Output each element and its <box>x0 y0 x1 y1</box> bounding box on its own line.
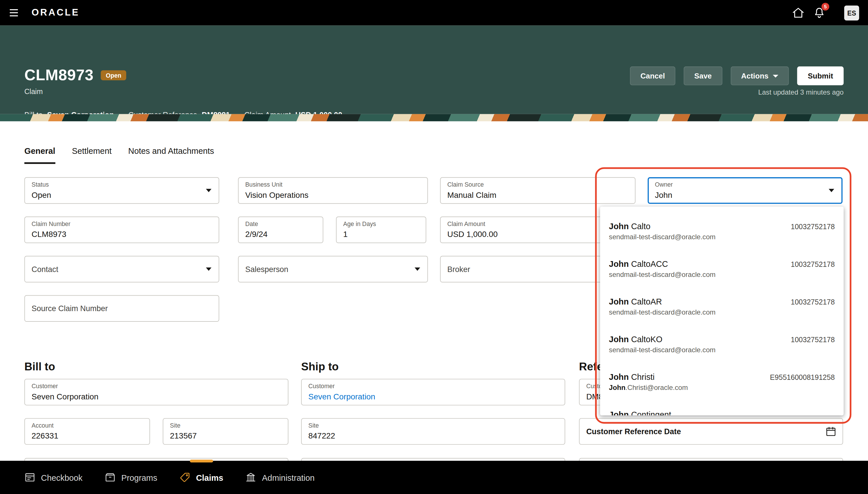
ship-to-customer-label: Customer <box>309 383 558 390</box>
nav-item-checkbook[interactable]: Checkbook <box>24 472 82 483</box>
owner-option-email: sendmail-test-discard@oracle.com <box>609 271 835 279</box>
claim-number-field[interactable]: Claim Number CLM8973 <box>24 216 219 243</box>
bill-to-customer-value: Seven Corporation <box>32 391 281 402</box>
owner-option-email: sendmail-test-discard@oracle.com <box>609 233 835 241</box>
bill-to-customer-field[interactable]: Customer Seven Corporation <box>24 379 289 405</box>
bill-to-customer-label: Customer <box>32 383 281 390</box>
age-in-days-value: 1 <box>343 229 419 240</box>
active-nav-indicator <box>190 460 213 463</box>
oracle-logo: ORACLE <box>32 0 80 25</box>
home-icon[interactable] <box>792 6 805 19</box>
owner-option-name: John CaltoACC <box>609 259 668 269</box>
global-top-bar: ORACLE 5 ES <box>0 0 868 25</box>
status-field[interactable]: Status Open <box>24 177 219 204</box>
user-avatar[interactable]: ES <box>844 5 859 20</box>
notification-count-badge: 5 <box>822 3 829 11</box>
ship-to-section-title: Ship to <box>301 360 339 373</box>
contact-field[interactable]: Contact <box>24 256 219 282</box>
claim-tabs: General Settlement Notes and Attachments <box>24 143 214 164</box>
nav-label-programs: Programs <box>121 473 157 482</box>
nav-label-claims: Claims <box>196 473 223 482</box>
owner-combobox[interactable]: Owner John <box>648 177 843 204</box>
programs-icon <box>105 472 116 483</box>
claim-source-value: Manual Claim <box>447 190 628 201</box>
customer-reference-date-label: Customer Reference Date <box>586 427 681 436</box>
source-claim-number-field[interactable]: Source Claim Number <box>24 295 219 322</box>
customer-reference-date-field[interactable]: Customer Reference Date <box>579 418 843 444</box>
chevron-down-icon <box>415 267 420 271</box>
ship-to-customer-field[interactable]: Customer Seven Corporation <box>301 379 565 405</box>
owner-option-name: John Contingent <box>609 410 671 415</box>
owner-option[interactable]: John Contingent <box>600 403 844 415</box>
decorative-banner <box>0 114 868 121</box>
owner-option[interactable]: John Calto 10032752178 sendmail-test-dis… <box>600 215 844 252</box>
owner-option[interactable]: John CaltoAR 10032752178 sendmail-test-d… <box>600 290 844 328</box>
bill-to-account-field[interactable]: Account 226331 <box>24 418 150 444</box>
calendar-icon[interactable] <box>826 426 837 437</box>
application-window: ORACLE 5 ES CLM8973 Open Claim Bill to S… <box>0 0 868 494</box>
bill-to-site-label: Site <box>170 422 281 429</box>
chevron-down-icon <box>773 75 778 77</box>
business-unit-label: Business Unit <box>245 181 421 188</box>
claim-source-label: Claim Source <box>447 181 628 188</box>
claims-icon <box>179 472 191 483</box>
bill-to-site-field[interactable]: Site 213567 <box>163 418 288 444</box>
owner-option[interactable]: John CaltoACC 10032752178 sendmail-test-… <box>600 252 844 290</box>
date-field[interactable]: Date 2/9/24 <box>238 216 323 243</box>
ship-to-site-field[interactable]: Site 847222 <box>301 418 565 444</box>
last-updated-text: Last updated 3 minutes ago <box>758 89 844 96</box>
checkbook-icon <box>24 472 36 483</box>
ship-to-customer-link[interactable]: Seven Corporation <box>309 391 558 402</box>
business-unit-field[interactable]: Business Unit Vision Operations <box>238 177 428 204</box>
claim-source-field[interactable]: Claim Source Manual Claim <box>440 177 635 204</box>
actions-menu-button[interactable]: Actions <box>731 66 789 85</box>
administration-icon <box>245 472 257 483</box>
object-type-label: Claim <box>24 88 43 96</box>
nav-label-administration: Administration <box>262 473 315 482</box>
bill-to-section-title: Bill to <box>24 360 55 373</box>
status-field-label: Status <box>32 181 212 188</box>
owner-dropdown-panel: John Calto 10032752178 sendmail-test-dis… <box>600 207 844 415</box>
owner-option-id: 10032752178 <box>791 298 835 306</box>
menu-icon[interactable] <box>8 6 20 19</box>
submit-button[interactable]: Submit <box>797 66 844 85</box>
notifications-bell-icon[interactable]: 5 <box>812 6 826 19</box>
ship-to-site-value: 847222 <box>309 431 558 442</box>
nav-item-programs[interactable]: Programs <box>105 472 157 483</box>
owner-option-name: John CaltoKO <box>609 335 663 344</box>
nav-label-checkbook: Checkbook <box>41 473 83 482</box>
owner-option[interactable]: John Christi E955160008191258 John.Chris… <box>600 365 844 403</box>
date-value: 2/9/24 <box>245 229 316 240</box>
owner-option-email: sendmail-test-discard@oracle.com <box>609 308 835 316</box>
owner-option-id: 10032752178 <box>791 260 835 269</box>
date-label: Date <box>245 221 316 228</box>
save-button[interactable]: Save <box>684 66 722 85</box>
chevron-down-icon <box>206 267 211 271</box>
claim-header: CLM8973 Open Claim Bill to Seven Corpora… <box>0 25 868 114</box>
bill-to-account-value: 226331 <box>32 431 143 442</box>
source-claim-number-label: Source Claim Number <box>32 304 108 313</box>
salesperson-label: Salesperson <box>245 265 288 274</box>
cancel-button[interactable]: Cancel <box>630 66 675 85</box>
claim-number-value: CLM8973 <box>32 229 212 240</box>
tab-general[interactable]: General <box>24 143 56 164</box>
business-unit-value: Vision Operations <box>245 190 421 201</box>
age-in-days-field[interactable]: Age in Days 1 <box>336 216 426 243</box>
nav-item-claims[interactable]: Claims <box>179 472 223 483</box>
tab-settlement[interactable]: Settlement <box>72 143 112 164</box>
owner-option-id: 10032752178 <box>791 336 835 344</box>
nav-item-administration[interactable]: Administration <box>245 472 315 483</box>
status-field-value: Open <box>32 190 212 201</box>
owner-option[interactable]: John CaltoKO 10032752178 sendmail-test-d… <box>600 328 844 365</box>
ship-to-site-label: Site <box>309 422 558 429</box>
salesperson-field[interactable]: Salesperson <box>238 256 428 282</box>
owner-option-id: 10032752178 <box>791 223 835 231</box>
owner-option-email: sendmail-test-discard@oracle.com <box>609 346 835 354</box>
contact-label: Contact <box>32 265 58 274</box>
tab-notes-attachments[interactable]: Notes and Attachments <box>128 143 214 164</box>
owner-option-id: E955160008191258 <box>770 373 835 382</box>
broker-label: Broker <box>447 265 470 274</box>
chevron-down-icon <box>829 189 834 192</box>
bill-to-account-label: Account <box>32 422 143 429</box>
owner-value: John <box>655 190 835 201</box>
